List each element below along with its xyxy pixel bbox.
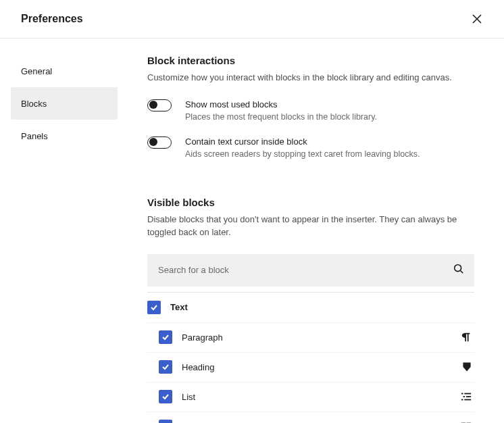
- svg-rect-1: [461, 393, 463, 395]
- close-button[interactable]: [466, 8, 488, 30]
- svg-rect-3: [463, 396, 465, 397]
- toggle-most-used[interactable]: [147, 99, 172, 111]
- checkbox-text-category[interactable]: [147, 301, 161, 314]
- block-label: Heading: [182, 362, 461, 372]
- toggle-contain-cursor[interactable]: [147, 136, 172, 149]
- toggle-desc: Aids screen readers by stopping text car…: [185, 149, 474, 159]
- checkbox-heading[interactable]: [159, 360, 172, 374]
- page-title: Preferences: [21, 13, 83, 25]
- svg-rect-5: [461, 399, 463, 401]
- toggle-label: Contain text cursor inside block: [185, 136, 474, 147]
- heading-icon: [461, 362, 472, 372]
- svg-rect-4: [466, 396, 471, 397]
- list-icon: [460, 391, 472, 403]
- block-label: List: [182, 392, 460, 402]
- checkbox-quote[interactable]: [159, 420, 172, 423]
- main-content: Block interactions Customize how you int…: [128, 39, 504, 423]
- svg-rect-2: [464, 393, 471, 395]
- svg-rect-6: [464, 399, 471, 401]
- tab-label: General: [21, 66, 52, 76]
- sidebar: General Blocks Panels: [0, 39, 128, 423]
- tab-general[interactable]: General: [11, 55, 118, 87]
- quote-icon: [460, 420, 472, 423]
- section-title-interactions: Block interactions: [147, 55, 474, 66]
- search-input[interactable]: [147, 254, 474, 287]
- section-title-visible: Visible blocks: [147, 197, 474, 208]
- block-label: Paragraph: [182, 332, 460, 343]
- toggle-label: Show most used blocks: [185, 99, 474, 109]
- section-desc-visible: Disable blocks that you don't want to ap…: [147, 214, 474, 239]
- close-icon: [472, 14, 482, 24]
- toggle-desc: Places the most frequent blocks in the b…: [185, 112, 474, 122]
- section-desc-interactions: Customize how you interact with blocks i…: [147, 72, 474, 84]
- tab-blocks[interactable]: Blocks: [11, 87, 118, 120]
- category-label: Text: [170, 302, 474, 312]
- tab-label: Panels: [21, 131, 48, 141]
- tab-label: Blocks: [21, 99, 47, 109]
- paragraph-icon: [460, 331, 472, 343]
- tab-panels[interactable]: Panels: [11, 120, 118, 152]
- checkbox-list[interactable]: [159, 390, 172, 403]
- checkbox-paragraph[interactable]: [159, 330, 172, 344]
